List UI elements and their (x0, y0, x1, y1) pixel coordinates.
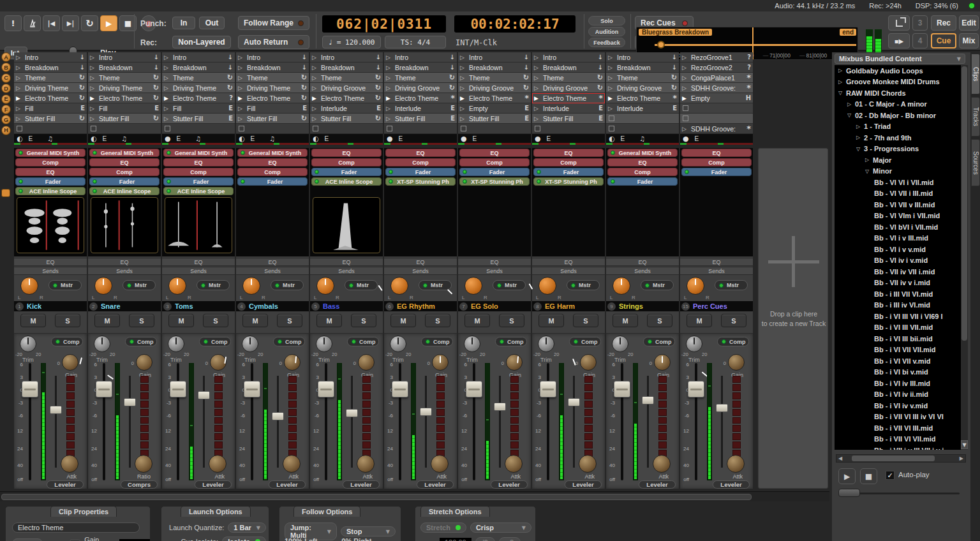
clip-followaction-icon[interactable]: E (80, 105, 85, 112)
cue-isolate-button[interactable]: Isolate (222, 537, 266, 541)
tree-file[interactable]: Bb - VI VI i VII.mid (835, 177, 961, 188)
audition-button[interactable]: Audition (588, 27, 625, 36)
gain-knob[interactable] (580, 354, 597, 371)
clip-followaction-icon[interactable]: ↻ (671, 84, 677, 92)
eq-section-bar[interactable]: EQ (162, 258, 235, 266)
dynamics-mode-button[interactable]: Comprs (121, 480, 158, 489)
tree-scroll-down-button[interactable]: ▼ (961, 440, 968, 449)
clip-slot[interactable]: ▶EmptyH (680, 93, 753, 103)
preview-play-button[interactable]: ▶ (838, 468, 856, 484)
track-group-icon[interactable]: ● (387, 135, 393, 143)
processor-eq[interactable]: EQ (15, 168, 85, 176)
clip-followaction-icon[interactable]: ↓ (524, 54, 529, 61)
track-name-row[interactable]: 6EG Rhythm (384, 301, 457, 311)
processor-fader[interactable]: Fader (311, 168, 382, 176)
clip-slot[interactable]: ▶Electro Theme↻ (236, 93, 309, 103)
processor-fader[interactable]: Fader (533, 168, 604, 176)
clip-slot-empty[interactable] (606, 114, 679, 124)
clip-play-triangle[interactable]: ▷ (534, 105, 540, 112)
mute-button[interactable]: M (687, 314, 712, 327)
stretch-bpm-value[interactable]: 120.00 (440, 538, 471, 541)
clip-followaction-icon[interactable]: ↻ (153, 84, 159, 92)
track-edit-flag[interactable]: E (29, 135, 33, 142)
track-group-icon[interactable]: ● (683, 135, 689, 143)
clip-play-triangle[interactable]: ▷ (238, 75, 244, 81)
clip-play-triangle[interactable]: ▷ (164, 85, 170, 91)
clip-followaction-icon[interactable]: * (672, 96, 677, 100)
clip-play-triangle[interactable]: ▷ (164, 64, 170, 71)
clip-slot[interactable]: ▷Driving Groove↻ (310, 83, 383, 93)
comp-enable-button[interactable]: Comp (199, 337, 231, 346)
clip-slot[interactable]: ▷Theme↻ (384, 73, 457, 83)
threshold-track[interactable] (277, 376, 279, 468)
clip-play-triangle[interactable]: ▷ (164, 75, 170, 81)
clip-slot[interactable]: ▶Electro Theme↻ (310, 93, 383, 103)
clip-followaction-icon[interactable]: ↓ (524, 64, 529, 71)
attack-knob[interactable] (579, 455, 597, 473)
tab-clips[interactable]: Clips (971, 54, 980, 94)
master-assign-button[interactable]: Mstr (419, 280, 452, 290)
processor-eq[interactable]: EQ (237, 158, 308, 167)
clip-slot[interactable]: ▷RezoGroove2? (680, 63, 753, 73)
chevron-expanded-icon[interactable]: ▽ (838, 90, 846, 96)
clip-play-triangle[interactable]: ▶ (164, 95, 170, 101)
comp-enable-button[interactable]: Comp (569, 337, 601, 346)
clip-play-triangle[interactable]: ▷ (608, 54, 614, 61)
clip-play-triangle[interactable]: ▷ (164, 105, 170, 112)
trim-knob[interactable] (390, 336, 406, 352)
clip-slot[interactable]: ▷Intro↓ (532, 52, 605, 63)
clip-play-triangle[interactable]: ▷ (16, 85, 22, 91)
tree-hscrollbar[interactable]: ◀ ▶ (836, 454, 966, 463)
track-edit-flag[interactable]: E (621, 135, 625, 142)
master-assign-button[interactable]: Mstr (48, 280, 82, 290)
clip-followaction-icon[interactable]: ↻ (79, 94, 85, 102)
track-name-row[interactable]: 15Perc Cues (680, 301, 753, 311)
clip-play-triangle[interactable]: ▷ (460, 115, 466, 122)
content-source-select[interactable]: Mixbus Bundled Content ▼ (835, 54, 965, 64)
scene-button-b[interactable]: B (1, 63, 11, 72)
clip-followaction-icon[interactable]: ↓ (450, 64, 455, 71)
chevron-expanded-icon[interactable]: ▽ (847, 112, 855, 118)
clip-followaction-icon[interactable]: E (228, 105, 233, 112)
processor-ace-inline-scope[interactable]: ACE Inline Scope (311, 177, 382, 186)
clip-play-triangle[interactable]: ▷ (682, 85, 688, 91)
clip-play-triangle[interactable]: ▷ (608, 64, 614, 71)
clip-slot-empty[interactable] (162, 124, 235, 134)
clip-followaction-icon[interactable]: ↓ (80, 54, 85, 61)
clip-play-triangle[interactable]: ▷ (460, 75, 466, 81)
clip-followaction-icon[interactable]: H (746, 94, 751, 101)
trim-knob[interactable] (686, 336, 702, 352)
clip-slot[interactable]: ▷Breakdown↓ (236, 63, 309, 73)
clip-slot[interactable]: ▷Intro↓ (310, 52, 383, 63)
attack-knob[interactable] (431, 455, 449, 473)
threshold-track[interactable] (351, 376, 353, 468)
clip-followaction-icon[interactable]: E (598, 115, 603, 122)
dynamics-mode-button[interactable]: Leveler (491, 480, 528, 489)
clip-slot[interactable]: ▷Driving Groove↻ (532, 83, 605, 93)
processor-comp[interactable]: Comp (607, 168, 678, 176)
clip-slot[interactable]: ▷Driving Theme↻ (236, 83, 309, 93)
metronome-button[interactable] (24, 15, 41, 31)
timeline-end-marker[interactable]: end (840, 29, 856, 36)
processor-comp[interactable]: Comp (15, 158, 85, 167)
trim-knob[interactable] (242, 336, 258, 352)
clip-followaction-icon[interactable]: ↻ (301, 84, 307, 92)
tab-tracks[interactable]: Tracks (971, 97, 980, 137)
view-3-button[interactable]: 3 (912, 15, 928, 31)
clip-play-triangle[interactable]: ▷ (238, 54, 244, 61)
sends-section-bar[interactable]: Sends (532, 267, 605, 275)
mute-button[interactable]: M (390, 314, 416, 327)
processor-led[interactable] (315, 170, 319, 174)
clip-play-triangle[interactable]: ▷ (90, 85, 96, 91)
clip-slot[interactable]: ▶Electro Theme* (458, 93, 531, 103)
solo-button[interactable]: S (721, 314, 746, 327)
chevron-collapsed-icon[interactable]: ▷ (838, 68, 846, 73)
track-edit-flag[interactable]: E (325, 135, 329, 142)
clip-play-triangle[interactable]: ▷ (682, 75, 688, 81)
clip-play-triangle[interactable]: ▷ (312, 54, 318, 61)
processor-ace-inline-scope[interactable]: ACE Inline Scope (15, 187, 85, 195)
clip-followaction-icon[interactable]: ↓ (672, 64, 677, 71)
clip-followaction-icon[interactable]: ↓ (598, 64, 603, 71)
clip-slot[interactable]: ▷SDHH Groove:* (680, 124, 753, 134)
clip-slot-empty[interactable] (532, 124, 605, 134)
